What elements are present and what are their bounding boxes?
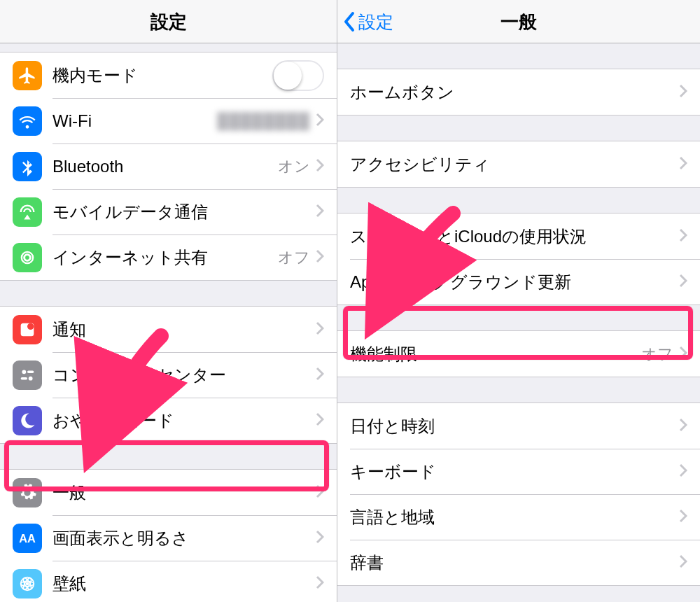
- row-controlcenter-label: コントロールセンター: [52, 364, 316, 386]
- wifi-icon: [13, 106, 42, 136]
- general-group-3: ストレージとiCloudの使用状況 Appのバックグラウンド更新: [337, 213, 700, 305]
- row-accessibility[interactable]: アクセシビリティ: [337, 141, 700, 187]
- row-bgrefresh[interactable]: Appのバックグラウンド更新: [337, 259, 700, 304]
- chevron-right-icon: [679, 554, 687, 571]
- general-group-4: 機能制限 オフ: [337, 330, 700, 377]
- chevron-right-icon: [679, 418, 687, 435]
- bluetooth-icon: [13, 152, 42, 181]
- svg-point-1: [27, 323, 34, 329]
- svg-rect-5: [21, 377, 27, 379]
- chevron-right-icon: [679, 156, 687, 173]
- row-datetime[interactable]: 日付と時刻: [337, 403, 700, 449]
- row-display-label: 画面表示と明るさ: [52, 527, 316, 550]
- chevron-right-icon: [316, 484, 324, 501]
- row-notifications-label: 通知: [52, 318, 316, 341]
- svg-point-2: [22, 370, 26, 374]
- row-wifi[interactable]: Wi-Fi ████████: [0, 98, 337, 144]
- moon-icon: [13, 406, 42, 435]
- row-display[interactable]: AA 画面表示と明るさ: [0, 515, 337, 561]
- row-datetime-label: 日付と時刻: [350, 415, 679, 438]
- row-restrictions-value: オフ: [641, 344, 673, 365]
- row-accessibility-label: アクセシビリティ: [350, 153, 679, 176]
- chevron-right-icon: [316, 412, 324, 429]
- row-general-label: 一般: [52, 482, 316, 504]
- row-language-label: 言語と地域: [350, 506, 679, 528]
- back-label: 設定: [358, 0, 393, 43]
- chevron-right-icon: [316, 113, 324, 130]
- general-panel: 設定 一般 ホームボタン アクセシビリティ ストレージとiCloudの使用状況 …: [337, 0, 700, 602]
- row-controlcenter[interactable]: コントロールセンター: [0, 352, 337, 398]
- row-wifi-label: Wi-Fi: [52, 111, 217, 131]
- settings-group-general: 一般 AA 画面表示と明るさ 壁紙 サウンドと触覚: [0, 469, 337, 602]
- hotspot-icon: [13, 243, 42, 272]
- row-general[interactable]: 一般: [0, 470, 337, 515]
- row-bluetooth-value: オン: [278, 156, 310, 177]
- notifications-icon: [13, 315, 42, 344]
- row-keyboard[interactable]: キーボード: [337, 449, 700, 494]
- gear-icon: [13, 478, 42, 507]
- chevron-right-icon: [679, 228, 687, 245]
- svg-point-4: [29, 376, 33, 380]
- settings-title: 設定: [150, 11, 187, 32]
- chevron-right-icon: [679, 463, 687, 480]
- svg-text:AA: AA: [19, 531, 36, 544]
- row-dnd-label: おやすみモード: [52, 410, 316, 432]
- back-button[interactable]: 設定: [343, 0, 393, 43]
- chevron-right-icon: [316, 530, 324, 547]
- row-bluetooth-label: Bluetooth: [52, 157, 278, 176]
- settings-header: 設定: [0, 0, 337, 43]
- row-restrictions-label: 機能制限: [350, 343, 641, 365]
- row-airplane[interactable]: 機内モード: [0, 52, 337, 98]
- display-icon: AA: [13, 524, 42, 553]
- general-group-5: 日付と時刻 キーボード 言語と地域 辞書: [337, 402, 700, 586]
- chevron-right-icon: [679, 346, 687, 363]
- row-dictionary[interactable]: 辞書: [337, 540, 700, 585]
- chevron-right-icon: [316, 249, 324, 266]
- row-homebutton[interactable]: ホームボタン: [337, 69, 700, 115]
- settings-group-network: 機内モード Wi-Fi ████████ Bluetooth オン モバイルデー…: [0, 52, 337, 281]
- row-hotspot[interactable]: インターネット共有 オフ: [0, 234, 337, 280]
- chevron-right-icon: [316, 204, 324, 220]
- controlcenter-icon: [13, 360, 42, 390]
- chevron-right-icon: [316, 158, 324, 175]
- settings-group-notif: 通知 コントロールセンター おやすみモード: [0, 306, 337, 444]
- row-dnd[interactable]: おやすみモード: [0, 398, 337, 443]
- row-wifi-value: ████████: [217, 112, 310, 130]
- row-wallpaper[interactable]: 壁紙: [0, 561, 337, 602]
- chevron-right-icon: [679, 509, 687, 526]
- airplane-icon: [13, 61, 42, 90]
- row-hotspot-label: インターネット共有: [52, 246, 278, 269]
- svg-rect-3: [27, 370, 34, 373]
- row-bgrefresh-label: Appのバックグラウンド更新: [350, 271, 679, 293]
- row-cellular[interactable]: モバイルデータ通信: [0, 189, 337, 234]
- general-group-1: ホームボタン: [337, 69, 700, 115]
- cellular-icon: [13, 197, 42, 227]
- svg-point-8: [26, 582, 29, 585]
- row-bluetooth[interactable]: Bluetooth オン: [0, 144, 337, 189]
- row-wallpaper-label: 壁紙: [52, 573, 316, 595]
- row-storage-label: ストレージとiCloudの使用状況: [350, 225, 679, 248]
- chevron-right-icon: [679, 84, 687, 101]
- row-homebutton-label: ホームボタン: [350, 81, 679, 104]
- row-airplane-label: 機内モード: [52, 64, 272, 87]
- row-hotspot-value: オフ: [278, 247, 310, 268]
- general-title: 一般: [500, 11, 537, 32]
- row-keyboard-label: キーボード: [350, 461, 679, 483]
- row-dictionary-label: 辞書: [350, 552, 679, 574]
- chevron-right-icon: [316, 367, 324, 384]
- wallpaper-icon: [13, 569, 42, 598]
- chevron-right-icon: [316, 321, 324, 338]
- settings-panel: 設定 機内モード Wi-Fi ████████ Bluetooth オン: [0, 0, 337, 602]
- row-restrictions[interactable]: 機能制限 オフ: [337, 331, 700, 377]
- row-language[interactable]: 言語と地域: [337, 494, 700, 540]
- chevron-right-icon: [316, 575, 324, 592]
- chevron-right-icon: [679, 274, 687, 290]
- airplane-toggle[interactable]: [272, 60, 324, 91]
- row-cellular-label: モバイルデータ通信: [52, 201, 316, 223]
- row-notifications[interactable]: 通知: [0, 307, 337, 352]
- row-storage[interactable]: ストレージとiCloudの使用状況: [337, 214, 700, 259]
- general-header: 設定 一般: [337, 0, 700, 43]
- general-group-2: アクセシビリティ: [337, 141, 700, 188]
